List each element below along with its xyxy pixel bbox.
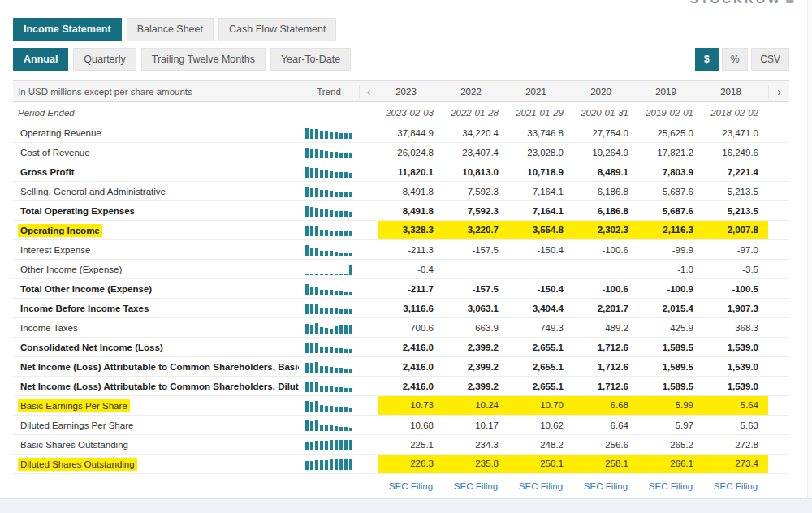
value-cell: 2,015.4 — [638, 304, 703, 313]
value-cell: 5.64 — [703, 396, 768, 415]
value-cell: 265.2 — [638, 440, 703, 450]
trend-sparkline-icon — [299, 244, 359, 256]
trend-cell — [299, 420, 359, 431]
row-label[interactable]: Diluted Earnings Per Share — [18, 419, 136, 432]
tab-cash-flow-statement[interactable]: Cash Flow Statement — [218, 18, 337, 41]
tab-year-to-date[interactable]: Year-To-Date — [270, 48, 351, 71]
row-label[interactable]: Net Income (Loss) Attributable to Common… — [18, 360, 299, 373]
trend-sparkline-icon — [299, 361, 359, 373]
trend-cell — [299, 342, 359, 353]
value-cell: 10.73 — [378, 396, 443, 415]
trend-sparkline-icon — [299, 127, 359, 139]
next-period-button[interactable]: › — [768, 85, 789, 98]
period-ended-date: 2020-01-31 — [573, 108, 638, 118]
period-ended-date: 2022-01-28 — [443, 108, 508, 118]
value-cell: 1,539.0 — [703, 343, 768, 352]
value-cell: 250.1 — [508, 455, 573, 473]
table-row: Cost of Revenue 26,024.823,407.423,028.0… — [13, 143, 789, 162]
vertical-scrollbar[interactable] — [807, 0, 812, 513]
prev-period-button[interactable]: ‹ — [359, 85, 378, 98]
value-cell: 16,249.6 — [703, 148, 768, 157]
row-label[interactable]: Operating Income — [18, 224, 102, 237]
trend-cell — [299, 186, 359, 197]
table-row: Selling, General and Administrative 8,49… — [13, 182, 789, 201]
row-label[interactable]: Cost of Revenue — [18, 146, 93, 159]
value-cell: 7,164.1 — [508, 187, 573, 196]
value-cell: 1,539.0 — [703, 382, 768, 391]
tab-trailing-twelve-months[interactable]: Trailing Twelve Months — [141, 48, 266, 71]
row-label[interactable]: Basic Earnings Per Share — [18, 399, 130, 412]
sec-filing-link[interactable]: SEC Filing — [389, 481, 433, 491]
unit-dollar-button[interactable]: $ — [695, 48, 719, 71]
value-cell: 8,489.1 — [573, 167, 638, 177]
value-cell: -150.4 — [508, 284, 573, 294]
row-label[interactable]: Other Income (Expense) — [18, 263, 124, 276]
value-cell: -100.9 — [638, 284, 703, 294]
trend-sparkline-icon — [299, 439, 359, 450]
row-label[interactable]: Total Operating Expenses — [18, 205, 137, 218]
period-ended-date: 2019-02-01 — [638, 108, 703, 118]
row-label[interactable]: Gross Profit — [18, 166, 76, 179]
value-cell: 25,625.0 — [638, 128, 703, 138]
value-cell: 7,592.3 — [443, 206, 508, 216]
row-label[interactable]: Operating Revenue — [18, 127, 104, 140]
value-cell: 3,220.7 — [443, 221, 508, 239]
trend-cell — [299, 439, 359, 450]
value-cell: 6.68 — [573, 396, 638, 415]
trend-column-header: Trend — [299, 87, 359, 97]
tab-balance-sheet[interactable]: Balance Sheet — [127, 18, 214, 41]
row-label[interactable]: Income Taxes — [18, 321, 80, 334]
value-cell: 700.6 — [378, 323, 443, 333]
sec-filing-link[interactable]: SEC Filing — [454, 481, 498, 491]
value-cell: 19,264.9 — [573, 148, 638, 157]
brand-logo[interactable]: STOCKROW ▦ — [690, 0, 794, 6]
value-cell: -100.5 — [703, 284, 768, 294]
value-cell: 5.97 — [638, 420, 703, 430]
value-cell: 11,820.1 — [378, 167, 443, 177]
table-row: Gross Profit 11,820.110,813.010,718.98,4… — [13, 162, 789, 182]
value-cell: 6.64 — [573, 420, 638, 430]
tab-income-statement[interactable]: Income Statement — [13, 18, 122, 41]
row-label[interactable]: Net Income (Loss) Attributable to Common… — [18, 380, 299, 393]
sec-filing-link[interactable]: SEC Filing — [519, 481, 563, 491]
value-cell: 10.70 — [508, 396, 573, 415]
value-cell: 1,589.5 — [638, 382, 703, 391]
table-body: Operating Revenue 37,844.934,220.433,746… — [13, 123, 789, 474]
sec-filing-link[interactable]: SEC Filing — [584, 481, 628, 491]
row-label[interactable]: Selling, General and Administrative — [18, 185, 168, 198]
table-row: Basic Shares Outstanding 225.1234.3248.2… — [13, 435, 789, 455]
row-label[interactable]: Total Other Income (Expense) — [18, 282, 154, 295]
value-cell: 1,712.6 — [573, 362, 638, 372]
trend-sparkline-icon — [299, 186, 359, 197]
value-cell: -211.3 — [378, 245, 443, 255]
trend-sparkline-icon — [299, 381, 359, 392]
value-cell: 266.1 — [638, 455, 703, 473]
value-cell: 23,471.0 — [703, 128, 768, 138]
table-header-row: In USD millions except per share amounts… — [13, 80, 789, 102]
row-label[interactable]: Diluted Shares Outstanding — [18, 458, 137, 471]
trend-cell — [299, 459, 359, 470]
value-cell: -97.0 — [703, 245, 768, 255]
tab-quarterly[interactable]: Quarterly — [73, 48, 136, 71]
row-label[interactable]: Interest Expense — [18, 244, 93, 256]
value-cell: 5.99 — [638, 396, 703, 415]
table-row: Other Income (Expense) -0.4-1.0-3.5 — [13, 260, 789, 279]
row-label[interactable]: Consolidated Net Income (Loss) — [18, 341, 166, 354]
table-row: Consolidated Net Income (Loss) 2,416.02,… — [13, 338, 789, 357]
period-ended-date: 2018-02-02 — [703, 108, 768, 118]
csv-download-button[interactable]: CSV — [751, 48, 789, 71]
financials-table: In USD millions except per share amounts… — [13, 80, 789, 498]
year-column-header: 2021 — [508, 87, 573, 97]
year-column-header: 2020 — [573, 87, 638, 97]
value-cell: 273.4 — [703, 455, 768, 473]
row-label[interactable]: Income Before Income Taxes — [18, 302, 151, 315]
value-cell: 10,718.9 — [508, 167, 573, 177]
value-cell: 5,213.5 — [703, 187, 768, 196]
unit-percent-button[interactable]: % — [722, 48, 749, 71]
tab-annual[interactable]: Annual — [13, 48, 68, 71]
trend-cell — [299, 322, 359, 334]
sec-filing-link[interactable]: SEC Filing — [649, 481, 693, 491]
sec-filing-link[interactable]: SEC Filing — [714, 481, 758, 491]
table-row: Income Taxes 700.6663.9749.3489.2425.936… — [13, 318, 789, 338]
row-label[interactable]: Basic Shares Outstanding — [18, 438, 131, 451]
